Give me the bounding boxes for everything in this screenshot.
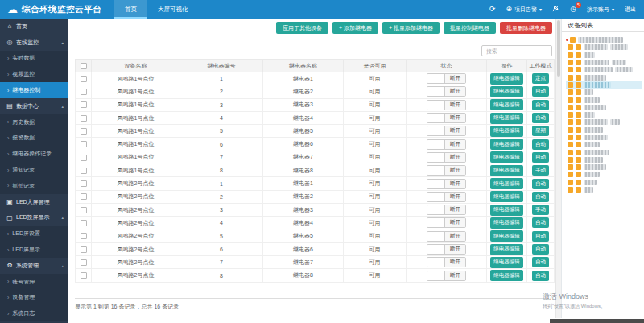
sidebar-item-home[interactable]: ⌂首页 — [0, 19, 68, 35]
relay-edit-button[interactable]: 继电器编辑 — [490, 126, 523, 137]
relay-edit-button[interactable]: 继电器编辑 — [490, 139, 523, 150]
device-tree-item[interactable] — [566, 164, 642, 171]
device-tree-item[interactable] — [566, 134, 642, 141]
horizontal-scrollbar[interactable] — [550, 319, 644, 323]
batch-delete-relay-button[interactable]: 批量删除继电器 — [500, 22, 552, 34]
device-tree-item[interactable] — [566, 89, 642, 96]
device-tree-item[interactable] — [566, 148, 642, 155]
row-checkbox[interactable] — [80, 207, 87, 213]
device-tree-item[interactable] — [566, 111, 642, 118]
batch-control-relay-button[interactable]: 批量控制继电器 — [444, 22, 496, 34]
relay-edit-button[interactable]: 继电器编辑 — [490, 270, 523, 281]
vertical-scrollbar[interactable] — [555, 19, 561, 318]
status-toggle[interactable]: 断开 — [427, 165, 466, 176]
status-toggle[interactable]: 断开 — [427, 100, 466, 110]
search-input[interactable] — [481, 45, 552, 56]
device-tree-item[interactable] — [566, 156, 642, 164]
device-tree-item[interactable] — [566, 73, 642, 81]
tab-home[interactable]: 首页 — [114, 0, 147, 19]
relay-edit-button[interactable]: 继电器编辑 — [490, 217, 523, 229]
device-tree-item[interactable] — [566, 59, 642, 66]
row-checkbox[interactable] — [80, 101, 87, 108]
status-toggle[interactable]: 断开 — [427, 86, 466, 97]
sidebar-item-led-screen-mgmt[interactable]: ▣LED大屏管理 — [0, 194, 68, 210]
status-toggle[interactable]: 断开 — [427, 271, 466, 281]
relay-edit-button[interactable]: 继电器编辑 — [490, 165, 523, 176]
relay-edit-button[interactable]: 继电器编辑 — [490, 205, 523, 216]
logout-button[interactable]: 退出 — [625, 6, 636, 14]
row-checkbox[interactable] — [80, 180, 87, 187]
sidebar-item-realtime-data[interactable]: ›实时数据 — [0, 51, 68, 67]
row-checkbox[interactable] — [80, 220, 87, 226]
status-toggle[interactable]: 断开 — [427, 152, 466, 163]
device-tree-item[interactable] — [566, 126, 642, 134]
scrollbar-thumb[interactable] — [557, 20, 560, 77]
device-tree-item[interactable] — [566, 96, 642, 103]
select-all-checkbox[interactable] — [80, 63, 87, 69]
batch-add-relay-button[interactable]: + 批量添加继电器 — [382, 22, 440, 34]
account-dropdown[interactable]: 演示账号 ▾ — [587, 6, 614, 14]
relay-edit-button[interactable]: 继电器编辑 — [490, 99, 523, 110]
row-checkbox[interactable] — [80, 155, 87, 161]
row-checkbox[interactable] — [80, 89, 87, 95]
status-toggle[interactable]: 断开 — [427, 126, 466, 136]
status-toggle[interactable]: 断开 — [427, 139, 466, 150]
sidebar-item-data-center[interactable]: ▤数据中心▴ — [0, 98, 68, 114]
refresh-icon[interactable]: ⟳ — [489, 6, 496, 13]
row-checkbox[interactable] — [80, 193, 87, 200]
sidebar-item-account-mgmt[interactable]: ›账号管理 — [0, 274, 68, 290]
sidebar-item-led-cast-display[interactable]: ▢LED投屏显示▴ — [0, 210, 68, 226]
row-checkbox[interactable] — [80, 115, 87, 122]
relay-edit-button[interactable]: 继电器编辑 — [490, 151, 523, 163]
status-toggle[interactable]: 断开 — [427, 205, 466, 215]
status-toggle[interactable]: 断开 — [427, 257, 466, 267]
apply-to-other-devices-button[interactable]: 应用于其他设备 — [276, 22, 328, 34]
device-tree-item[interactable] — [566, 43, 642, 51]
row-checkbox[interactable] — [80, 246, 87, 253]
row-checkbox[interactable] — [80, 168, 87, 174]
device-tree-item[interactable] — [566, 171, 642, 178]
clock-icon[interactable]: ◷5 — [570, 6, 576, 13]
sidebar-item-alarm-data[interactable]: ›报警数据 — [0, 130, 68, 147]
status-toggle[interactable]: 断开 — [427, 192, 466, 202]
row-checkbox[interactable] — [80, 272, 87, 279]
relay-edit-button[interactable]: 继电器编辑 — [490, 86, 523, 97]
relay-edit-button[interactable]: 继电器编辑 — [490, 178, 523, 189]
status-toggle[interactable]: 断开 — [427, 217, 466, 228]
tab-big-screen[interactable]: 大屏可视化 — [147, 0, 199, 19]
sidebar-item-relay-op-log[interactable]: ›继电器操作记录 — [0, 146, 68, 162]
relay-edit-button[interactable]: 继电器编辑 — [490, 113, 523, 124]
sidebar-item-video-monitor[interactable]: ›视频监控 — [0, 66, 68, 82]
status-toggle[interactable]: 断开 — [427, 231, 466, 242]
relay-edit-button[interactable]: 继电器编辑 — [490, 191, 523, 202]
sidebar-item-system-mgmt[interactable]: ⚙系统管理▴ — [0, 258, 68, 274]
sidebar-item-system-log[interactable]: ›系统日志 — [0, 305, 68, 321]
row-checkbox[interactable] — [80, 233, 87, 239]
device-tree-item[interactable] — [566, 141, 642, 148]
status-toggle[interactable]: 断开 — [427, 179, 466, 189]
sidebar-item-relay-control[interactable]: ›继电器控制 — [0, 82, 68, 98]
row-checkbox[interactable] — [80, 76, 87, 82]
relay-edit-button[interactable]: 继电器编辑 — [490, 230, 523, 242]
sidebar-item-online-monitor[interactable]: ◎在线监控▴ — [0, 35, 68, 51]
device-tree-item[interactable] — [566, 186, 642, 193]
row-checkbox[interactable] — [80, 141, 87, 147]
status-toggle[interactable]: 断开 — [427, 113, 466, 123]
device-tree-item[interactable] — [566, 179, 642, 186]
project-alarm-dropdown[interactable]: ⊕ 项目告警 ▾ — [506, 6, 543, 14]
device-tree-item[interactable] — [566, 104, 642, 111]
row-checkbox[interactable] — [80, 128, 87, 135]
sidebar-item-device-mgmt[interactable]: ›设备管理 — [0, 290, 68, 306]
add-relay-button[interactable]: + 添加继电器 — [332, 22, 378, 34]
device-tree-item[interactable] — [566, 52, 642, 59]
device-tree-item[interactable] — [566, 36, 642, 43]
device-tree-item[interactable] — [566, 118, 642, 126]
relay-edit-button[interactable]: 继电器编辑 — [490, 257, 523, 268]
sidebar-item-history-data[interactable]: ›历史数据 — [0, 114, 68, 130]
status-toggle[interactable]: 断开 — [427, 244, 466, 255]
relay-edit-button[interactable]: 继电器编辑 — [490, 73, 523, 85]
device-tree-item[interactable] — [566, 66, 642, 73]
status-toggle[interactable]: 断开 — [427, 73, 466, 84]
bell-muted-icon[interactable] — [552, 5, 559, 14]
sidebar-item-notify-log[interactable]: ›通知记录 — [0, 162, 68, 178]
